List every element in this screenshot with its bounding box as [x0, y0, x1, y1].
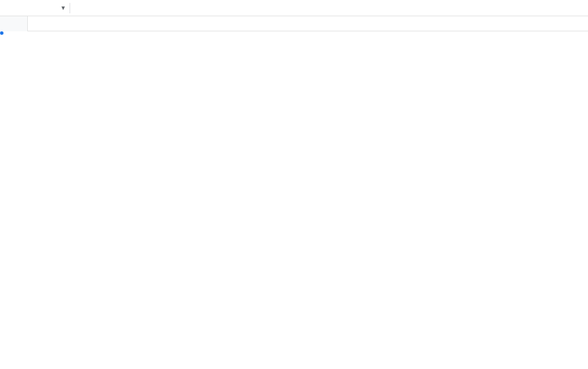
- spreadsheet-grid: [0, 16, 588, 369]
- name-box[interactable]: [0, 0, 58, 16]
- name-box-dropdown[interactable]: ▼: [58, 0, 68, 16]
- fill-handle[interactable]: [0, 31, 4, 35]
- separator: [70, 3, 70, 13]
- select-all-corner[interactable]: [0, 16, 28, 31]
- column-headers: [0, 16, 588, 31]
- formula-bar: ▼: [0, 0, 588, 16]
- formula-input[interactable]: [78, 0, 588, 16]
- cell-selection: [0, 31, 2, 34]
